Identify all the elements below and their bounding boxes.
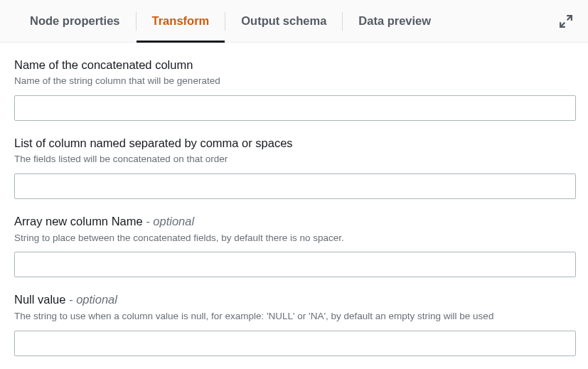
field-help: Name of the string column that will be g… <box>14 75 574 88</box>
field-list-columns: List of column named separated by comma … <box>14 135 574 199</box>
tab-output-schema[interactable]: Output schema <box>225 0 342 42</box>
transform-panel: Node properties Transform Output schema … <box>0 0 588 369</box>
field-null-value: Null value - optional The string to use … <box>14 292 574 355</box>
field-name-concatenated-column: Name of the concatenated column Name of … <box>14 57 574 121</box>
expand-icon[interactable] <box>558 14 574 29</box>
input-array-new-column-name[interactable] <box>14 252 576 277</box>
tab-transform[interactable]: Transform <box>137 0 225 42</box>
field-label: Name of the concatenated column <box>14 57 574 73</box>
tab-data-preview[interactable]: Data preview <box>343 0 447 42</box>
input-name-concatenated-column[interactable] <box>14 95 576 121</box>
tab-node-properties[interactable]: Node properties <box>14 0 136 42</box>
field-label: List of column named separated by comma … <box>14 135 574 151</box>
field-help: String to place between the concatenated… <box>14 232 574 245</box>
optional-tag: - optional <box>146 215 194 228</box>
field-label-text: Array new column Name <box>14 215 143 228</box>
tabs: Node properties Transform Output schema … <box>14 0 447 42</box>
field-label: Null value - optional <box>14 292 574 307</box>
field-array-new-column-name: Array new column Name - optional String … <box>14 213 574 277</box>
field-help: The fields listed will be concatenated o… <box>14 153 574 166</box>
tab-bar: Node properties Transform Output schema … <box>0 0 588 43</box>
form: Name of the concatenated column Name of … <box>0 43 588 369</box>
field-label: Array new column Name - optional <box>14 213 574 229</box>
optional-tag: - optional <box>69 293 117 306</box>
input-list-columns[interactable] <box>14 173 576 199</box>
field-label-text: Null value <box>14 293 65 306</box>
input-null-value[interactable] <box>14 331 576 356</box>
field-help: The string to use when a column value is… <box>14 310 574 323</box>
